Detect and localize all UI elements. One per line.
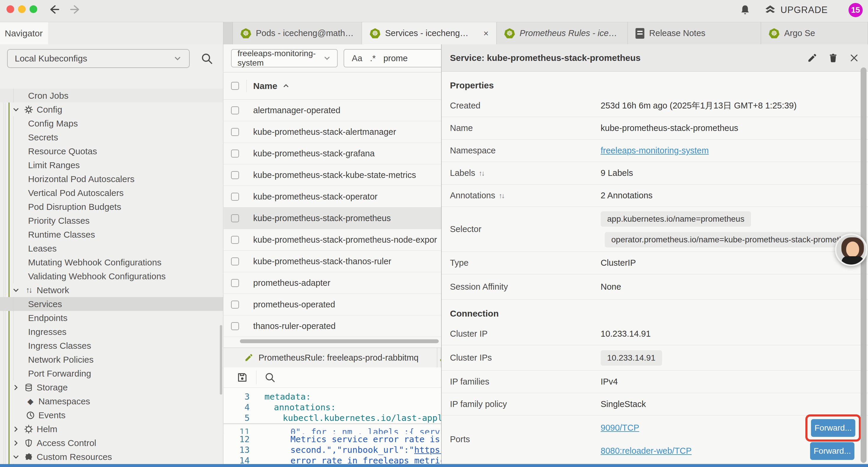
sidebar-item-config-maps[interactable]: Config Maps <box>0 116 223 130</box>
chevron-right-icon[interactable] <box>12 383 20 391</box>
row-checkbox[interactable] <box>231 171 239 179</box>
sidebar-item-validating-webhook-configurations[interactable]: Validating Webhook Configurations <box>0 269 223 283</box>
sidebar-item-vertical-pod-autoscalers[interactable]: Vertical Pod Autoscalers <box>0 186 223 200</box>
user-avatar[interactable] <box>835 233 867 266</box>
window-close-button[interactable] <box>6 5 14 13</box>
chevron-down-icon[interactable] <box>12 106 20 114</box>
sort-updown-icon[interactable]: ↑↓ <box>499 192 504 200</box>
sidebar-item-leases[interactable]: Leases <box>0 241 223 255</box>
row-checkbox[interactable] <box>231 279 239 287</box>
code-link[interactable]: https://net <box>414 445 441 455</box>
notification-count-badge[interactable]: 15 <box>848 3 863 17</box>
sidebar-item-network-policies[interactable]: Network Policies <box>0 353 223 367</box>
delete-trash-icon[interactable] <box>829 53 838 63</box>
namespace-link[interactable]: freeleaps-monitoring-system <box>601 146 709 155</box>
tab-prometheus-rules-icecheng[interactable]: ☸Prometheus Rules - icecheng... <box>497 22 628 44</box>
window-minimize-button[interactable] <box>18 5 26 13</box>
table-row[interactable]: kube-prometheus-stack-grafana <box>224 143 441 164</box>
editor-search-icon[interactable] <box>264 372 276 383</box>
sidebar-item-mutating-webhook-configurations[interactable]: Mutating Webhook Configurations <box>0 255 223 269</box>
column-name-header[interactable]: Name <box>253 81 277 91</box>
table-row[interactable]: kube-prometheus-stack-kube-state-metrics <box>224 164 441 186</box>
row-checkbox[interactable] <box>231 236 239 244</box>
chevron-right-icon[interactable] <box>12 425 20 433</box>
table-row[interactable]: prometheus-operated <box>224 294 441 315</box>
sidebar-item-access-control[interactable]: Access Control <box>0 436 223 450</box>
forward-button[interactable]: Forward... <box>811 419 855 437</box>
sidebar-item-ingress-classes[interactable]: Ingress Classes <box>0 339 223 353</box>
tab-argo-se[interactable]: ☸Argo Se <box>761 22 868 44</box>
save-icon[interactable] <box>237 372 248 383</box>
table-row[interactable]: kube-prometheus-stack-operator <box>224 186 441 207</box>
sidebar-item-pod-disruption-budgets[interactable]: Pod Disruption Budgets <box>0 200 223 214</box>
back-arrow-icon[interactable] <box>47 3 60 16</box>
row-checkbox[interactable] <box>231 214 239 222</box>
row-checkbox[interactable] <box>231 150 239 157</box>
forward-arrow-icon[interactable] <box>70 3 82 16</box>
table-row[interactable]: kube-prometheus-stack-alertmanager <box>224 121 441 143</box>
window-zoom-button[interactable] <box>30 5 37 13</box>
dock-tab-prometheusrule[interactable]: PrometheusRule: freeleaps-prod-rabbitmq <box>224 348 437 368</box>
sidebar-scrollbar-thumb[interactable] <box>220 325 222 395</box>
sidebar-item-storage[interactable]: Storage <box>0 380 223 394</box>
tab-navigator[interactable]: Navigator <box>0 22 48 44</box>
sort-updown-icon[interactable]: ↑↓ <box>478 169 484 177</box>
match-case-toggle[interactable]: Aa <box>352 54 362 63</box>
sidebar-item-namespaces[interactable]: ◆Namespaces <box>0 394 223 408</box>
table-row[interactable]: kube-prometheus-stack-prometheus <box>224 207 441 229</box>
regex-toggle[interactable]: .* <box>370 54 375 63</box>
namespace-select[interactable]: freeleaps-monitoring-system <box>231 49 338 67</box>
sidebar-search-icon[interactable] <box>200 52 213 65</box>
table-row[interactable]: kube-prometheus-stack-thanos-ruler <box>224 251 441 272</box>
forward-button[interactable]: Forward... <box>810 442 855 460</box>
yaml-editor[interactable]: 3metadata:4annotations:5kubectl.kubernet… <box>224 388 441 464</box>
dock-tab-next-sliver[interactable] <box>437 348 441 368</box>
sidebar-item-network[interactable]: ↑↓Network <box>0 283 223 297</box>
tab-release-notes[interactable]: Release Notes <box>628 22 761 44</box>
sidebar-item-runtime-classes[interactable]: Runtime Classes <box>0 228 223 241</box>
table-row[interactable]: prometheus-adapter <box>224 272 441 294</box>
tab-services-icecheng-math[interactable]: ☸Services - icecheng@math...× <box>362 22 496 44</box>
tab-pods-icecheng-mathmas[interactable]: ☸Pods - icecheng@mathmas... <box>232 22 362 44</box>
sidebar-item-endpoints[interactable]: Endpoints <box>0 311 223 325</box>
sidebar-item-secrets[interactable]: Secrets <box>0 130 223 144</box>
row-checkbox[interactable] <box>231 107 239 114</box>
port-link[interactable]: 8080:reloader-web/TCP <box>601 446 692 456</box>
notifications-bell-icon[interactable] <box>740 4 751 16</box>
sidebar-item-helm[interactable]: Helm <box>0 422 223 436</box>
row-checkbox[interactable] <box>231 128 239 136</box>
sidebar-item-ingresses[interactable]: Ingresses <box>0 325 223 339</box>
sidebar-item-horizontal-pod-autoscalers[interactable]: Horizontal Pod Autoscalers <box>0 172 223 186</box>
sidebar-item-config[interactable]: Config <box>0 103 223 116</box>
row-checkbox[interactable] <box>231 193 239 201</box>
sidebar-item-custom-resources[interactable]: Custom Resources <box>0 450 223 464</box>
sidebar-item-limit-ranges[interactable]: Limit Ranges <box>0 158 223 172</box>
details-scrollbar-thumb[interactable] <box>861 67 867 463</box>
kubeconfig-select[interactable]: Local Kubeconfigs <box>7 49 190 68</box>
table-row[interactable]: kube-prometheus-stack-prometheus-node-ex… <box>224 229 441 251</box>
sidebar-item-cron-jobs[interactable]: Cron Jobs <box>0 89 223 103</box>
table-row[interactable]: alertmanager-operated <box>224 99 441 121</box>
row-checkbox[interactable] <box>231 300 239 309</box>
port-link[interactable]: 9090/TCP <box>601 423 639 433</box>
sidebar-item-services[interactable]: Services <box>0 297 223 311</box>
horizontal-scrollbar-thumb[interactable] <box>240 339 439 343</box>
row-checkbox[interactable] <box>231 258 239 265</box>
list-search-input[interactable]: Aa .* prome <box>344 49 441 67</box>
table-row[interactable]: thanos-ruler-operated <box>224 315 441 337</box>
edit-pencil-icon[interactable] <box>807 53 817 63</box>
sidebar-item-events[interactable]: Events <box>0 408 223 422</box>
tab-close-icon[interactable]: × <box>483 28 489 38</box>
sidebar-item-resource-quotas[interactable]: Resource Quotas <box>0 144 223 158</box>
row-checkbox[interactable] <box>231 322 239 330</box>
upgrade-button[interactable]: UPGRADE <box>764 4 828 16</box>
chevron-down-icon[interactable] <box>12 286 20 294</box>
sidebar-item-port-forwarding[interactable]: Port Forwarding <box>0 367 223 380</box>
chevron-down-icon[interactable] <box>12 453 20 461</box>
select-all-checkbox[interactable] <box>231 82 239 90</box>
sort-asc-icon[interactable] <box>282 82 290 90</box>
line-number: 3 <box>224 391 250 402</box>
close-icon[interactable] <box>849 53 859 63</box>
chevron-right-icon[interactable] <box>12 439 20 447</box>
sidebar-item-priority-classes[interactable]: Priority Classes <box>0 214 223 228</box>
